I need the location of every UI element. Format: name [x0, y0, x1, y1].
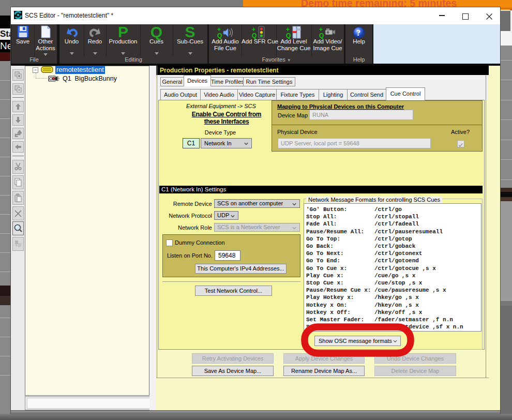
svg-text:?: ?: [356, 28, 360, 37]
